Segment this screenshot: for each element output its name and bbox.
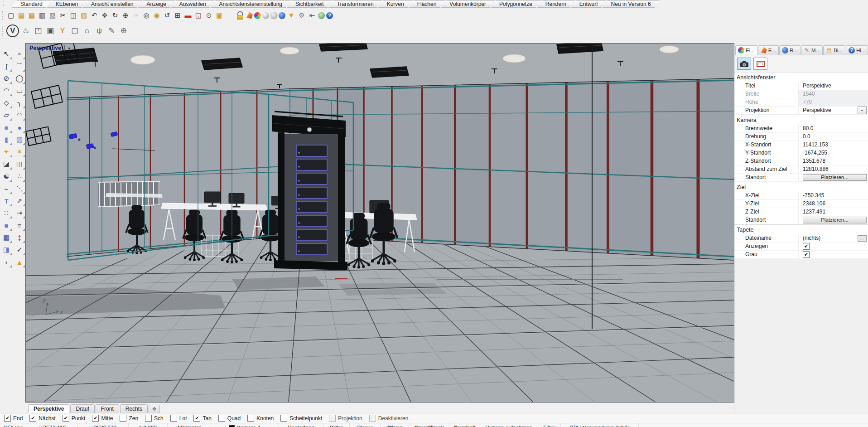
surface-3pt-icon[interactable]: ▱ [0, 109, 12, 121]
zoom-extents-icon[interactable]: ◉ [152, 11, 161, 20]
status-historie-aufnehmen[interactable]: Historie aufnehmen [480, 423, 538, 427]
ellipse-icon[interactable]: ◯ [14, 73, 25, 84]
vray-render-window-icon[interactable]: ◳ [33, 25, 43, 36]
point-icon[interactable]: ∘ [14, 48, 25, 60]
status-y-3523-872[interactable]: y 3523.872 [78, 423, 129, 427]
move-scale-icon[interactable]: ⇗ [14, 195, 25, 207]
select-icon[interactable]: ↖ [0, 48, 12, 60]
vray-render-region-icon[interactable]: ⊕ [118, 25, 129, 36]
copy-icon[interactable]: ◫ [69, 11, 78, 20]
menu-tab-auswählen[interactable]: Auswählen [171, 0, 215, 8]
rectangle-icon[interactable]: ▭ [14, 85, 25, 97]
circle-icon[interactable]: ⊘ [0, 73, 12, 84]
lamp-icon[interactable] [225, 11, 234, 20]
property-text[interactable]: 0.0 [803, 133, 810, 141]
print-icon[interactable]: ▥ [38, 11, 47, 20]
panel-tab-bibliotheken[interactable]: ▤Bi... [823, 45, 845, 55]
grau-checkbox[interactable]: ✔ [803, 251, 810, 258]
open-file-icon[interactable]: ▤ [17, 11, 26, 20]
zoom-dynamic-icon[interactable]: ⊕ [121, 11, 130, 20]
clamp-icon[interactable]: ‡ [14, 232, 25, 243]
array-icon[interactable]: ∷ [0, 207, 12, 219]
text-icon[interactable]: T [0, 195, 12, 207]
osnap-lot[interactable]: Lot [170, 415, 187, 422]
polygon-icon[interactable]: ◇ [0, 97, 12, 109]
rotate-view-icon[interactable]: ↻ [111, 11, 120, 20]
property-text[interactable]: 1237.491 [803, 208, 825, 216]
rebuild-curve-icon[interactable]: ⋱ [14, 183, 25, 194]
osnap-end[interactable]: ✔End [4, 415, 23, 422]
property-text[interactable]: 2348.106 [803, 200, 825, 208]
menu-tab-kebenen[interactable]: KEbenen [47, 0, 87, 8]
menu-tab-standard[interactable]: Standard [12, 0, 51, 8]
menu-tab-transformieren[interactable]: Transformieren [328, 0, 382, 8]
vray-render-teapot-icon[interactable]: ♨ [20, 25, 31, 36]
status-kebene[interactable]: KEbene [0, 423, 27, 427]
curve-interpolate-icon[interactable]: ⌒ [14, 60, 25, 72]
menu-tab-flächen[interactable]: Flächen [409, 0, 445, 8]
undo-icon[interactable]: ↶ [90, 11, 99, 20]
cplane-tool-icon[interactable]: ◱ [194, 11, 203, 20]
status-millimeter[interactable]: Millimeter [168, 423, 211, 427]
earth-render-icon[interactable] [318, 12, 325, 19]
explode-icon[interactable]: ✶ [14, 146, 25, 158]
status-ortho[interactable]: Ortho [323, 423, 350, 427]
fillet-curve-icon[interactable]: ⌣ [0, 183, 12, 194]
property-text[interactable]: 80.0 [803, 125, 813, 132]
menu-tab-sichtbarkeit[interactable]: Sichtbarkeit [287, 0, 333, 8]
osnap-scheitelpunkt[interactable]: Scheitelpunkt [280, 415, 322, 422]
pyramid-icon[interactable]: ▲ [14, 256, 25, 268]
layout-objects-icon[interactable]: ▣ [215, 11, 224, 20]
property-text[interactable]: -750.345 [803, 192, 824, 199]
viewport-tab-rechts[interactable]: Rechts [120, 404, 148, 413]
status-filter[interactable]: Filter [538, 423, 561, 427]
menu-tab-volumenkörper[interactable]: Volumenkörper [441, 0, 495, 8]
named-view-car-icon[interactable]: ▬ [183, 11, 193, 20]
menu-tab-ansichtsfenstereinstellung[interactable]: Ansichtsfenstereinstellung [211, 0, 291, 8]
anzeigen-checkbox[interactable]: ✔ [803, 243, 810, 250]
xray-display-icon[interactable] [270, 12, 277, 19]
align-icon[interactable]: ⇥ [14, 207, 25, 219]
property-text[interactable]: -1674.255 [803, 149, 827, 157]
osnap-quad[interactable]: Quad [218, 415, 241, 422]
save-icon[interactable]: ▦ [27, 11, 36, 20]
new-document-icon[interactable]: ▢ [6, 11, 15, 20]
vray-material-pen-icon[interactable]: ✎ [106, 25, 117, 36]
status-rasterfang[interactable]: Rasterfang [279, 423, 323, 427]
cone-flag-icon[interactable]: ▼ [287, 11, 296, 20]
curve-control-points-icon[interactable]: ʃ [0, 60, 12, 72]
property-text[interactable]: 12810.886 [803, 165, 829, 173]
properties-note-icon[interactable]: ▧ [48, 11, 57, 20]
vray-geometry-box-icon[interactable]: ▢ [69, 25, 80, 36]
platzieren-button[interactable]: Platzieren... [803, 174, 867, 181]
paste-icon[interactable]: ▨ [79, 11, 88, 20]
status-planar[interactable]: Planar [350, 423, 381, 427]
vray-frame-buffer-icon[interactable]: ▣ [45, 25, 56, 36]
curve-blend-icon[interactable]: ╮ [14, 97, 25, 109]
menu-tab-ansicht-einstellen[interactable]: Ansicht einstellen [82, 0, 142, 8]
cut-icon[interactable]: ✂ [58, 11, 68, 20]
viewport-perspective[interactable]: x y Perspektive [26, 44, 734, 402]
status-kamera-1[interactable]: Kamera-1 [211, 423, 279, 427]
boolean-difference-icon[interactable]: ☯ [0, 170, 12, 182]
raytraced-display-icon[interactable] [279, 12, 285, 19]
zoom-selected-icon[interactable]: ◎ [142, 11, 151, 20]
zoom-window-icon[interactable]: ◌ [131, 11, 140, 20]
panel-tab-rendern[interactable]: R... [779, 45, 800, 55]
chevron-down-icon[interactable]: ⌄ [858, 107, 867, 114]
menu-tab-polygonnetze[interactable]: Polygonnetze [491, 0, 541, 8]
property-text[interactable]: 11412.153 [803, 141, 828, 149]
property-text[interactable]: (nichts) [803, 234, 820, 242]
arc-icon[interactable]: ◠ [0, 85, 12, 97]
grid-array-icon[interactable]: ▦ [0, 232, 12, 243]
menu-tab-entwurf[interactable]: Entwurf [571, 0, 607, 8]
osnap-tan[interactable]: ✔Tan [193, 415, 211, 422]
property-text[interactable]: 1351.678 [803, 157, 825, 165]
osnap-punkt[interactable]: ✔Punkt [63, 415, 86, 422]
box-icon[interactable]: ■ [0, 121, 12, 133]
panel-tab-materialien[interactable]: ✎M... [801, 45, 823, 55]
property-text[interactable]: Perspektive [803, 82, 831, 90]
primitives-icon[interactable]: ◗ [0, 256, 12, 268]
wallpaper-properties-button[interactable] [753, 58, 767, 70]
browse-button[interactable]: … [858, 235, 867, 242]
